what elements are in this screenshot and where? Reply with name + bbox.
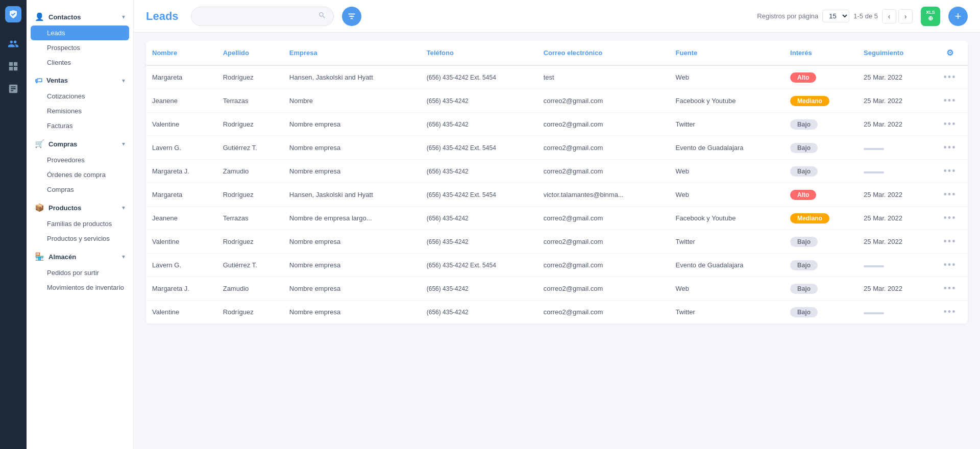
table-row: Lavern G. Gutiérrez T. Nombre empresa (6… — [146, 254, 968, 277]
cell-empresa: Hansen, Jaskolski and Hyatt — [283, 183, 421, 207]
add-lead-button[interactable]: + — [948, 7, 968, 26]
topbar: Leads Registros por página 15 — [134, 0, 980, 33]
col-settings[interactable]: ⚙ — [932, 41, 968, 65]
row-actions-button[interactable]: ••• — [944, 166, 957, 177]
cell-seguimiento: 25 Mar. 2022 — [857, 207, 932, 230]
sidebar-item-facturas[interactable]: Facturas — [27, 118, 133, 133]
cell-fuente: Twitter — [670, 113, 785, 136]
sidebar-item-familias-productos[interactable]: Familias de productos — [27, 216, 133, 231]
prev-page-button[interactable]: ‹ — [882, 9, 896, 23]
sidebar-section-header-compras[interactable]: 🛒 Compras ▾ — [27, 135, 133, 153]
cell-seguimiento — [857, 136, 932, 160]
records-info: Registros por página 15 30 50 1-5 de 5 ‹… — [757, 9, 913, 23]
sidebar-item-proveedores[interactable]: Proveedores — [27, 153, 133, 167]
row-actions-button[interactable]: ••• — [944, 307, 957, 317]
seguimiento-date: 25 Mar. 2022 — [864, 120, 902, 128]
cell-correo: correo2@gmail.com — [537, 301, 670, 324]
cell-apellido: Gutiérrez T. — [217, 254, 283, 277]
row-actions-button[interactable]: ••• — [944, 95, 957, 106]
cell-correo: correo2@gmail.com — [537, 254, 670, 277]
table-row: Valentine Rodríguez Nombre empresa (656)… — [146, 113, 968, 136]
sidebar-section-header-productos[interactable]: 📦 Productos ▾ — [27, 199, 133, 216]
col-interes[interactable]: Interés — [784, 41, 857, 65]
col-correo[interactable]: Correo electrónico — [537, 41, 670, 65]
sidebar-item-movimientos[interactable]: Movimientos de inventario — [27, 280, 133, 295]
sidebar-item-compras[interactable]: Compras — [27, 182, 133, 197]
cell-telefono: (656) 435-4242 Ext. 5454 — [421, 65, 537, 89]
row-actions-button[interactable]: ••• — [944, 236, 957, 247]
sidebar-item-clientes[interactable]: Clientes — [27, 55, 133, 70]
cell-apellido: Rodríguez — [217, 301, 283, 324]
table-row: Margareta Rodríguez Hansen, Jaskolski an… — [146, 183, 968, 207]
col-nombre[interactable]: Nombre — [146, 41, 217, 65]
sidebar-item-prospectos[interactable]: Prospectos — [27, 40, 133, 55]
seguimiento-empty — [864, 265, 884, 267]
cell-actions: ••• — [932, 230, 968, 254]
filter-button[interactable] — [342, 7, 361, 26]
search-input[interactable] — [199, 12, 314, 20]
sidebar-item-productos-servicios[interactable]: Productos y servicios — [27, 231, 133, 246]
row-actions-button[interactable]: ••• — [944, 142, 957, 153]
cell-actions: ••• — [932, 65, 968, 89]
col-empresa[interactable]: Empresa — [283, 41, 421, 65]
cell-correo: correo2@gmail.com — [537, 230, 670, 254]
cell-interes: Alto — [784, 183, 857, 207]
sidebar-item-ordenes-compra[interactable]: Órdenes de compra — [27, 167, 133, 182]
nav-icon-dashboard[interactable] — [4, 57, 22, 76]
sidebar-item-leads[interactable]: Leads — [31, 26, 129, 40]
seguimiento-empty — [864, 312, 884, 314]
cell-apellido: Rodríguez — [217, 230, 283, 254]
table-row: Valentine Rodríguez Nombre empresa (656)… — [146, 301, 968, 324]
pagination-buttons: ‹ › — [882, 9, 913, 23]
sidebar-section-header-almacen[interactable]: 🏪 Almacén ▾ — [27, 248, 133, 265]
sidebar-item-cotizaciones[interactable]: Cotizaciones — [27, 89, 133, 104]
table-row: Margareta Rodríguez Hansen, Jaskolski an… — [146, 65, 968, 89]
row-actions-button[interactable]: ••• — [944, 189, 957, 200]
row-actions-button[interactable]: ••• — [944, 283, 957, 294]
row-actions-button[interactable]: ••• — [944, 119, 957, 130]
column-settings-icon[interactable]: ⚙ — [946, 48, 953, 57]
cell-seguimiento: 25 Mar. 2022 — [857, 89, 932, 113]
table-row: Margareta J. Zamudio Nombre empresa (656… — [146, 160, 968, 183]
col-fuente[interactable]: Fuente — [670, 41, 785, 65]
cell-fuente: Web — [670, 277, 785, 301]
row-actions-button[interactable]: ••• — [944, 213, 957, 223]
page-title: Leads — [146, 10, 179, 23]
cell-apellido: Terrazas — [217, 89, 283, 113]
nav-icon-tasks[interactable] — [4, 80, 22, 98]
cell-fuente: Twitter — [670, 301, 785, 324]
cell-empresa: Nombre empresa — [283, 136, 421, 160]
sidebar-item-pedidos[interactable]: Pedidos por surtir — [27, 265, 133, 280]
seguimiento-empty — [864, 171, 884, 173]
col-telefono[interactable]: Teléfono — [421, 41, 537, 65]
cell-actions: ••• — [932, 89, 968, 113]
col-apellido[interactable]: Apellido — [217, 41, 283, 65]
cell-actions: ••• — [932, 113, 968, 136]
cell-interes: Bajo — [784, 230, 857, 254]
interes-badge: Bajo — [790, 143, 818, 153]
almacen-icon: 🏪 — [35, 252, 44, 261]
nav-icon-people[interactable] — [4, 35, 22, 53]
interes-badge: Mediano — [790, 213, 829, 223]
contactos-icon: 👤 — [35, 12, 44, 21]
cell-actions: ••• — [932, 136, 968, 160]
row-actions-button[interactable]: ••• — [944, 260, 957, 270]
cell-telefono: (656) 435-4242 — [421, 89, 537, 113]
sidebar-section-compras: 🛒 Compras ▾ Proveedores Órdenes de compr… — [27, 135, 133, 197]
cell-telefono: (656) 435-4242 Ext. 5454 — [421, 254, 537, 277]
cell-actions: ••• — [932, 301, 968, 324]
sidebar-section-header-ventas[interactable]: 🏷 Ventas ▾ — [27, 72, 133, 89]
cell-interes: Bajo — [784, 254, 857, 277]
sidebar-section-header-contactos[interactable]: 👤 Contactos ▾ — [27, 8, 133, 26]
sidebar-item-remisiones[interactable]: Remisiones — [27, 104, 133, 118]
row-actions-button[interactable]: ••• — [944, 72, 957, 83]
cell-empresa: Nombre empresa — [283, 160, 421, 183]
col-seguimiento[interactable]: Seguimiento — [857, 41, 932, 65]
cell-seguimiento — [857, 301, 932, 324]
cell-interes: Bajo — [784, 277, 857, 301]
per-page-select[interactable]: 15 30 50 — [822, 10, 849, 22]
cell-interes: Mediano — [784, 89, 857, 113]
export-xls-button[interactable]: XLS ⊕ — [921, 7, 940, 26]
cell-apellido: Terrazas — [217, 207, 283, 230]
next-page-button[interactable]: › — [898, 9, 913, 23]
